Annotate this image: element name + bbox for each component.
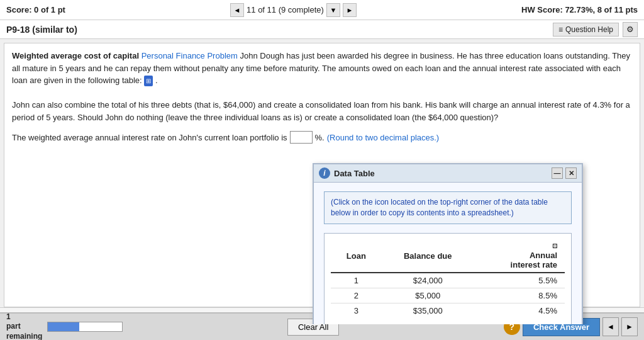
part-number: 1 [6, 312, 42, 322]
gear-button[interactable]: ⚙ [623, 22, 638, 37]
th-rate-line2: interest rate [511, 260, 557, 269]
round-note: (Round to two decimal places.) [327, 133, 439, 142]
progress-empty [79, 322, 122, 324]
minimize-button[interactable]: — [552, 167, 563, 179]
dot: . [155, 76, 158, 85]
progress-filled [48, 322, 79, 324]
score-label: Score: [6, 5, 31, 14]
question-help-button[interactable]: ≡ Question Help [553, 23, 619, 37]
cell-balance: $35,000 [382, 303, 474, 318]
th-rate: ⊡ Annual interest rate [474, 240, 565, 273]
answer-input[interactable] [290, 131, 313, 144]
cell-rate: 8.5% [474, 288, 565, 303]
personal-finance-link[interactable]: Personal Finance Problem [142, 51, 238, 60]
part-info: 1 part remaining [6, 312, 42, 324]
info-icon: i [319, 167, 330, 179]
problem-actions: ≡ Question Help ⚙ [553, 22, 638, 37]
top-bar: Score: 0 of 1 pt ◄ 11 of 11 (9 complete)… [0, 0, 644, 20]
cell-loan: 1 [331, 273, 382, 288]
copy-icon[interactable]: ⊡ [552, 242, 557, 249]
question-help-label: Question Help [565, 25, 613, 34]
nav-center: ◄ 11 of 11 (9 complete) ▼ ► [230, 3, 357, 17]
footer-left: 1 part remaining [6, 312, 123, 324]
problem-title-bar: P9-18 (similar to) ≡ Question Help ⚙ [0, 20, 644, 39]
table-row: 2 $5,000 8.5% [331, 288, 565, 303]
nav-dropdown-button[interactable]: ▼ [326, 3, 340, 17]
answer-prefix: The weighted average annual interest rat… [12, 133, 287, 142]
table-header: Loan Balance due ⊡ Annual interest rate [331, 240, 565, 273]
table-row: 1 $24,000 5.5% [331, 273, 565, 288]
text2: John can also combine the total of his t… [12, 99, 632, 123]
th-loan: Loan [331, 240, 382, 273]
modal-title-text: Data Table [334, 169, 375, 178]
close-button[interactable]: ✕ [565, 167, 577, 179]
footer-nav-prev[interactable]: ◄ [602, 317, 619, 324]
nav-next-button[interactable]: ► [343, 3, 357, 17]
window-buttons: — ✕ [552, 167, 577, 179]
list-icon: ≡ [558, 25, 563, 34]
modal-title-left: i Data Table [319, 167, 375, 179]
nav-prev-button[interactable]: ◄ [230, 3, 244, 17]
part-label: part [6, 322, 42, 324]
th-balance: Balance due [382, 240, 474, 273]
answer-line: The weighted average annual interest rat… [12, 131, 632, 144]
table-body: 1 $24,000 5.5% 2 $5,000 8.5% 3 $35,000 4… [331, 273, 565, 318]
table-row: 3 $35,000 4.5% [331, 303, 565, 318]
score-display: Score: 0 of 1 pt [6, 5, 65, 14]
footer-nav-next[interactable]: ► [621, 317, 638, 324]
cell-rate: 4.5% [474, 303, 565, 318]
nav-progress: 11 of 11 (9 complete) [247, 5, 324, 14]
data-table-container: Loan Balance due ⊡ Annual interest rate [324, 233, 572, 324]
modal-title-bar: i Data Table — ✕ [314, 164, 582, 183]
problem-title: P9-18 (similar to) [6, 25, 77, 35]
progress-bar [47, 322, 123, 324]
cell-balance: $24,000 [382, 273, 474, 288]
th-rate-container: ⊡ Annual interest rate [482, 242, 557, 269]
th-rate-line1: Annual [530, 251, 557, 260]
table-icon[interactable]: ⊞ [144, 76, 153, 86]
score-value: 0 of 1 pt [34, 5, 65, 14]
cell-loan: 3 [331, 303, 382, 318]
cell-balance: $5,000 [382, 288, 474, 303]
main-content: Weighted average cost of capital Persona… [4, 43, 640, 307]
cell-loan: 2 [331, 288, 382, 303]
data-table-modal: i Data Table — ✕ (Click on the icon loca… [313, 163, 583, 324]
cell-rate: 5.5% [474, 273, 565, 288]
copy-note: (Click on the icon located on the top-ri… [324, 191, 572, 224]
weighted-label: Weighted average cost of capital [12, 51, 139, 60]
percent-sign: %. [315, 133, 325, 142]
data-table: Loan Balance due ⊡ Annual interest rate [331, 240, 565, 318]
modal-body: (Click on the icon located on the top-ri… [314, 183, 582, 324]
hw-score: HW Score: 72.73%, 8 of 11 pts [521, 5, 638, 14]
problem-text: Weighted average cost of capital Persona… [12, 50, 632, 123]
